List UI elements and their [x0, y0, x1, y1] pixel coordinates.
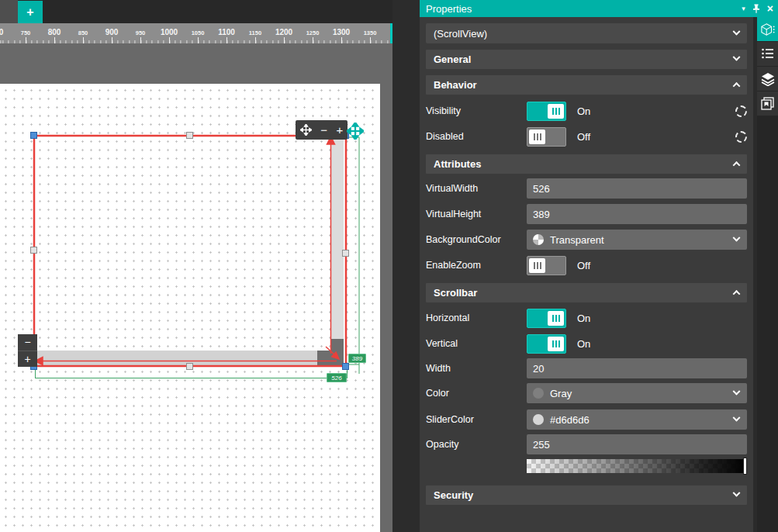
resize-handle-bottom-right[interactable] [342, 363, 349, 370]
section-behavior[interactable]: Behavior [426, 75, 747, 95]
section-security-label: Security [434, 489, 473, 501]
horizontal-toggle[interactable] [527, 309, 566, 328]
slider-color-label: SliderColor [426, 414, 527, 425]
ruler-major-tick [341, 37, 342, 43]
scrollview-widget-selection[interactable] [33, 135, 347, 367]
opacity-gradient-slider[interactable] [527, 459, 747, 473]
ruler-major-tick [112, 37, 112, 43]
layers-icon[interactable] [757, 67, 778, 91]
chevron-down-icon [733, 54, 741, 61]
ruler-label: 800 [48, 28, 61, 36]
ruler-major-tick [54, 37, 55, 43]
chevron-up-icon [733, 290, 741, 298]
row-color: Color Gray [420, 382, 753, 404]
app-window: + 70075080085090095010001050110011501200… [0, 0, 778, 532]
resize-handle-top-left[interactable] [30, 132, 37, 139]
chevron-down-icon [733, 413, 741, 421]
screen-tab-partial[interactable] [0, 0, 18, 23]
interaction-gear-icon[interactable] [735, 105, 747, 117]
vertical-toggle[interactable] [527, 334, 566, 354]
properties-panel: Properties ▾ × (ScrollView) Ge [420, 0, 778, 532]
chevron-up-icon [733, 82, 741, 90]
badge-minus-button[interactable]: − [18, 334, 37, 351]
section-attributes[interactable]: Attributes [426, 154, 747, 174]
background-color-value: Transparent [550, 234, 604, 246]
side-toolbar [757, 17, 778, 532]
section-security[interactable]: Security [426, 485, 747, 505]
disabled-toggle[interactable] [527, 127, 566, 147]
widget-properties-icon[interactable] [757, 17, 778, 41]
ruler-major-tick [313, 37, 313, 43]
chevron-down-icon [733, 27, 741, 35]
virtual-height-label: VirtualHeight [426, 209, 527, 219]
background-color-label: BackgroundColor [426, 234, 527, 245]
gray-swatch-icon [533, 388, 544, 399]
resize-handle-middle-right[interactable] [342, 250, 349, 257]
section-behavior-label: Behavior [434, 79, 477, 91]
visibility-toggle[interactable] [527, 102, 566, 121]
resize-handle-top-middle[interactable] [186, 132, 193, 139]
row-virtual-height: VirtualHeight [420, 203, 753, 225]
ruler-label: 1200 [275, 28, 292, 36]
row-horizontal: Horizontal On [420, 307, 753, 329]
badge-plus-button[interactable]: + [18, 351, 37, 368]
ruler-major-tick [83, 37, 84, 43]
section-general[interactable]: General [426, 50, 747, 69]
slider-color-dropdown[interactable]: #d6d6d6 [527, 409, 747, 430]
row-vertical: Vertical On [420, 333, 753, 354]
width-input[interactable] [527, 358, 747, 378]
design-canvas-area: + 70075080085090095010001050110011501200… [0, 0, 392, 532]
enable-zoom-toggle[interactable] [527, 256, 566, 275]
row-disabled: Disabled Off [420, 126, 753, 147]
resize-handle-bottom-middle[interactable] [186, 363, 193, 370]
disabled-label: Disabled [426, 131, 527, 142]
ruler-major-tick [370, 37, 371, 43]
chevron-down-icon [733, 387, 741, 395]
screens-icon[interactable] [757, 92, 778, 116]
background-color-dropdown[interactable]: Transparent [527, 230, 747, 250]
add-screen-tab-button[interactable]: + [18, 1, 43, 23]
color-dropdown[interactable]: Gray [527, 383, 747, 403]
widget-selector-value: (ScrollView) [434, 28, 487, 40]
panel-menu-caret-down-icon[interactable]: ▾ [742, 5, 745, 12]
ruler-label: 1350 [364, 29, 377, 36]
width-label: Width [426, 363, 527, 374]
interactions-list-icon[interactable] [757, 42, 778, 66]
row-virtual-width: VirtualWidth [420, 178, 753, 199]
opacity-input[interactable] [527, 434, 747, 454]
opacity-gradient-row [420, 459, 753, 473]
row-visibility: Visibility On [420, 100, 753, 122]
row-opacity: Opacity [420, 434, 753, 455]
ruler-label: 1000 [161, 28, 178, 36]
opacity-slider-handle[interactable] [743, 458, 747, 475]
horizontal-state: On [577, 313, 590, 324]
move-cursor-icon [347, 123, 364, 140]
horizontal-label: Horizontal [426, 313, 527, 323]
ruler-label: 1300 [333, 28, 350, 36]
pin-icon[interactable] [752, 4, 760, 13]
row-slider-color: SliderColor #d6d6d6 [420, 409, 753, 430]
widget-selector-dropdown[interactable]: (ScrollView) [426, 23, 747, 43]
virtual-width-input[interactable] [527, 178, 747, 199]
ruler-label: 1150 [249, 29, 261, 36]
interaction-gear-icon[interactable] [735, 131, 747, 143]
visibility-state: On [577, 105, 590, 117]
section-scrollbar-label: Scrollbar [434, 287, 477, 299]
close-icon[interactable]: × [767, 3, 773, 14]
ruler: 7007508008509009501000105011001150120012… [0, 23, 392, 43]
dock-divider [392, 0, 420, 532]
move-icon[interactable] [300, 124, 312, 136]
ruler-label: 750 [21, 29, 31, 36]
vertical-state: On [577, 338, 590, 350]
virtual-width-label: VirtualWidth [426, 183, 527, 194]
chevron-down-icon [733, 233, 741, 241]
zoom-in-button[interactable]: + [336, 124, 343, 136]
ruler-label: 1250 [306, 29, 320, 36]
section-scrollbar[interactable]: Scrollbar [426, 283, 747, 302]
ruler-label: 1100 [218, 28, 235, 36]
virtual-height-input[interactable] [527, 204, 747, 224]
resize-handle-middle-left[interactable] [30, 247, 37, 254]
zoom-out-button[interactable]: − [320, 124, 327, 136]
enable-zoom-state: Off [577, 260, 590, 271]
ruler-major-tick [284, 37, 285, 43]
